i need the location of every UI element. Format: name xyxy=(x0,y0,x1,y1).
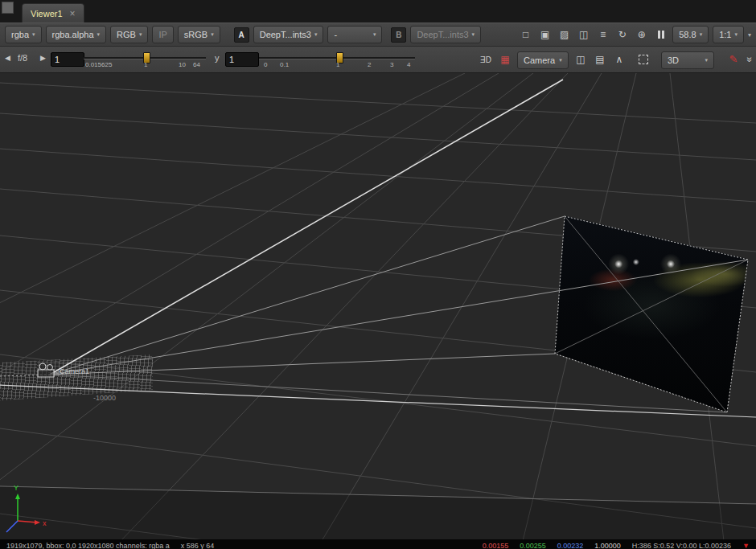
panel-icon[interactable] xyxy=(2,2,14,14)
chevron-down-icon: ▾ xyxy=(734,31,738,38)
chevron-down-icon: ▾ xyxy=(700,31,703,38)
proxy-ratio-value: 1:1 xyxy=(719,30,731,39)
frame-toolbar: ◀ f/8 ▶ 1 0.015625 1 10 64 y 1 0 0.1 1 2… xyxy=(0,47,756,73)
status-red-value: 0.00155 xyxy=(483,542,509,549)
chevron-down-icon: ▾ xyxy=(314,31,318,38)
display-channels-dropdown[interactable]: RGB ▾ xyxy=(110,26,148,43)
layers-icon[interactable]: ▤ xyxy=(592,51,608,68)
gamma-input-value: 1 xyxy=(229,55,234,64)
layer-dropdown[interactable]: rgba ▾ xyxy=(5,26,42,43)
status-green-value: 0.00255 xyxy=(520,542,546,549)
wipe-compare-icon[interactable]: ▨ xyxy=(557,27,572,43)
tab-label: Viewer1 xyxy=(31,9,63,18)
view-mode-label: 3D xyxy=(668,55,679,65)
marquee-select-icon[interactable] xyxy=(635,51,651,68)
zoom-dropdown[interactable]: 58.8 ▾ xyxy=(672,26,709,43)
chevron-down-icon: ▾ xyxy=(472,31,475,38)
gamma-tick: 2 xyxy=(368,61,371,68)
alpha-channel-dropdown[interactable]: rgba.alpha ▾ xyxy=(46,26,107,43)
view-mode-dropdown[interactable]: 3D ▾ xyxy=(661,51,714,69)
gain-tick: 64 xyxy=(193,61,200,68)
display-channels-label: RGB xyxy=(117,30,136,39)
chevron-down-icon: ▾ xyxy=(139,31,142,38)
people-icon[interactable]: ◫ xyxy=(573,51,589,68)
gain-tick: 1 xyxy=(144,61,147,68)
axis-x-line xyxy=(18,521,37,522)
axis-y-label: Y xyxy=(14,484,18,492)
alpha-channel-label: rgba.alpha xyxy=(52,30,94,39)
input-b-label: B xyxy=(396,31,401,39)
gamma-tick: 0.1 xyxy=(280,61,289,68)
camera-dropdown-label: Camera xyxy=(524,55,555,65)
lookthrough-icon[interactable]: ƎD xyxy=(478,51,494,68)
camera-name-label: Camera1 xyxy=(60,367,89,375)
input-process-toggle[interactable]: IP xyxy=(152,26,173,43)
viewer-menu-icon[interactable]: ≡ xyxy=(595,27,610,43)
zoom-value: 58.8 xyxy=(679,30,696,39)
tab-viewer1[interactable]: Viewer1 × xyxy=(22,3,84,23)
grid-extent-label: -10000 xyxy=(93,394,116,402)
axis-z-line xyxy=(6,521,18,532)
gamma-tick: 0 xyxy=(264,61,267,68)
camera-dropdown[interactable]: Camera ▾ xyxy=(517,51,569,69)
stereo-modes-icon[interactable]: □ xyxy=(518,27,533,43)
gamma-tick: 3 xyxy=(390,61,393,68)
input-a-badge[interactable]: A xyxy=(234,27,249,43)
axis-x-label: x xyxy=(43,519,47,527)
viewer-process-label: sRGB xyxy=(184,30,207,39)
prev-arrow-icon[interactable]: ◀ xyxy=(5,54,10,62)
status-hsvl: H:386 S:0.52 V:0.00 L:0.00236 xyxy=(632,542,731,549)
axis-x-arrow xyxy=(35,520,40,525)
aperture-label: f/8 xyxy=(18,53,27,63)
chevron-down-icon: ▾ xyxy=(32,31,35,38)
play-arrow-icon[interactable]: ▶ xyxy=(40,54,46,62)
clip-warning-icon: ▼ xyxy=(742,542,750,549)
mask-overlay-icon[interactable]: ▣ xyxy=(537,27,553,43)
proxy-ratio-dropdown[interactable]: 1:1 ▾ xyxy=(713,26,744,43)
annotate-pencil-icon[interactable]: ✎ xyxy=(725,51,742,67)
blend-mode-value: - xyxy=(334,30,337,39)
gain-tick: 10 xyxy=(179,61,186,68)
blend-mode-dropdown[interactable]: - ▾ xyxy=(327,26,382,43)
axis-y-arrow xyxy=(15,494,20,499)
chevron-down-icon: ▾ xyxy=(705,57,708,64)
viewport-3d[interactable]: Camera1 -10000 Y x xyxy=(0,73,756,540)
wireframe-icon[interactable]: ▦ xyxy=(497,51,513,68)
status-blue-value: 0.00232 xyxy=(557,542,584,549)
input-b-value: DeepT...ints3 xyxy=(417,30,468,39)
chevron-down-icon: ▾ xyxy=(373,31,376,38)
gain-min-label: 0.015625 xyxy=(85,61,112,68)
input-a-label: A xyxy=(239,31,244,39)
axis-gizmo: Y x xyxy=(0,479,56,537)
input-a-dropdown[interactable]: DeepT...ints3 ▾ xyxy=(253,26,324,43)
input-b-badge[interactable]: B xyxy=(391,27,406,43)
pause-icon[interactable] xyxy=(653,27,668,43)
monitor-out-icon[interactable]: ◫ xyxy=(576,27,591,43)
refresh-icon[interactable]: ↻ xyxy=(614,27,630,43)
gamma-slider[interactable]: 0 0.1 1 2 3 4 xyxy=(259,47,415,73)
status-coords: x 586 y 64 xyxy=(181,542,215,549)
chevron-down-icon: ▾ xyxy=(211,31,214,38)
roi-icon[interactable]: ⊕ xyxy=(634,27,649,43)
viewer-process-dropdown[interactable]: sRGB ▾ xyxy=(178,26,220,43)
input-process-label: IP xyxy=(158,30,166,39)
gain-input[interactable]: 1 xyxy=(51,52,84,67)
status-alpha-value: 1.00000 xyxy=(594,542,621,549)
chevron-down-icon: ▾ xyxy=(559,57,562,64)
gamma-tick: 1 xyxy=(336,61,339,68)
input-b-dropdown[interactable]: DeepT...ints3 ▾ xyxy=(410,26,481,43)
grid-far-shade xyxy=(0,486,756,540)
gain-input-value: 1 xyxy=(55,55,60,64)
layer-dropdown-label: rgba xyxy=(11,30,29,39)
viewer-settings-arrow-icon[interactable]: ▾ xyxy=(748,31,751,39)
gamma-label: y xyxy=(215,53,220,63)
tab-bar: Viewer1 × xyxy=(0,0,756,23)
input-a-value: DeepT...ints3 xyxy=(260,30,311,39)
lut-curve-icon[interactable]: ∧ xyxy=(611,51,627,68)
gamma-input[interactable]: 1 xyxy=(225,52,259,67)
close-icon[interactable]: × xyxy=(70,9,76,18)
more-chevron-icon[interactable]: » xyxy=(742,51,756,68)
status-info: 1919x1079, bbox: 0,0 1920x1080 channels:… xyxy=(6,542,170,549)
gain-slider[interactable]: 0.015625 1 10 64 xyxy=(84,47,206,73)
gamma-tick: 4 xyxy=(407,61,410,68)
